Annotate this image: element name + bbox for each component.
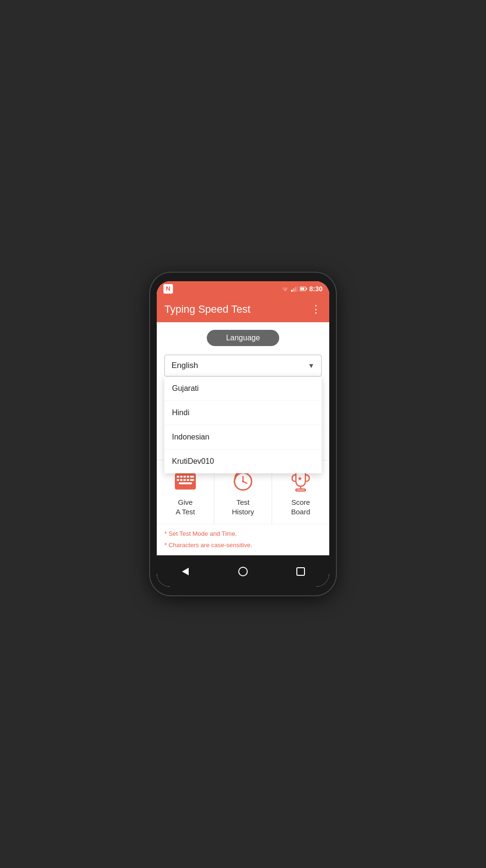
app-bar: Typing Speed Test ⋮: [157, 296, 329, 322]
svg-rect-3: [297, 286, 298, 292]
score-board-label: Score Board: [291, 498, 310, 516]
language-option-krutidev[interactable]: KrutiDev010: [164, 449, 322, 473]
svg-rect-29: [296, 489, 305, 491]
svg-rect-12: [177, 476, 179, 478]
svg-rect-22: [179, 482, 192, 484]
language-option-indonesian[interactable]: Indonesian: [164, 425, 322, 449]
svg-text:⚡: ⚡: [301, 288, 304, 290]
svg-marker-31: [182, 568, 189, 575]
phone-frame: N: [150, 273, 336, 595]
svg-rect-5: [306, 288, 307, 290]
svg-rect-1: [293, 288, 294, 292]
app-logo-icon: N: [163, 284, 173, 294]
language-dropdown[interactable]: English ▼: [164, 355, 322, 377]
svg-rect-17: [177, 479, 179, 481]
svg-point-32: [239, 567, 247, 576]
bottom-notes: * Set Test Mode and Time. * Characters a…: [157, 524, 329, 555]
status-left: N: [163, 284, 173, 294]
svg-rect-14: [183, 476, 186, 478]
home-button[interactable]: [234, 563, 252, 580]
svg-rect-18: [180, 479, 182, 481]
battery-icon: ⚡: [300, 286, 307, 292]
status-right: ⚡ 8:30: [282, 285, 323, 293]
svg-point-27: [242, 480, 244, 482]
language-section-header: Language: [207, 330, 279, 346]
back-button[interactable]: [177, 563, 194, 580]
language-dropdown-list: Gujarati Hindi Indonesian KrutiDev010: [164, 377, 322, 473]
svg-rect-33: [297, 568, 304, 575]
status-bar: N: [157, 281, 329, 296]
svg-rect-15: [187, 476, 189, 478]
svg-rect-13: [180, 476, 182, 478]
wifi-icon: [282, 286, 289, 292]
status-time: 8:30: [309, 285, 323, 293]
svg-rect-16: [190, 476, 194, 478]
language-option-gujarati[interactable]: Gujarati: [164, 377, 322, 401]
svg-rect-20: [187, 479, 189, 481]
phone-screen: N: [157, 281, 329, 587]
language-option-hindi[interactable]: Hindi: [164, 401, 322, 425]
recents-button[interactable]: [292, 563, 309, 580]
app-title: Typing Speed Test: [164, 303, 251, 316]
signal-icon: [291, 286, 298, 292]
dropdown-arrow-icon: ▼: [308, 362, 314, 369]
svg-rect-21: [190, 479, 194, 481]
svg-rect-2: [295, 287, 296, 292]
language-section-header-wrap: Language: [157, 322, 329, 351]
bottom-note-line2: * Characters are case-sensitive.: [164, 540, 322, 551]
language-dropdown-wrap: English ▼ Gujarati Hindi Indonesian Krut…: [164, 355, 322, 377]
svg-rect-19: [183, 479, 186, 481]
overflow-menu-button[interactable]: ⋮: [311, 303, 322, 316]
bottom-note-line1: * Set Test Mode and Time.: [164, 528, 322, 539]
main-content: Language English ▼ Gujarati Hindi Indone…: [157, 322, 329, 555]
language-selected-value: English: [172, 361, 198, 370]
test-history-label: Test History: [232, 498, 254, 516]
give-test-label: Give A Test: [176, 498, 195, 516]
svg-rect-0: [291, 290, 293, 292]
svg-text:★: ★: [297, 475, 303, 482]
nav-bar: [157, 555, 329, 587]
